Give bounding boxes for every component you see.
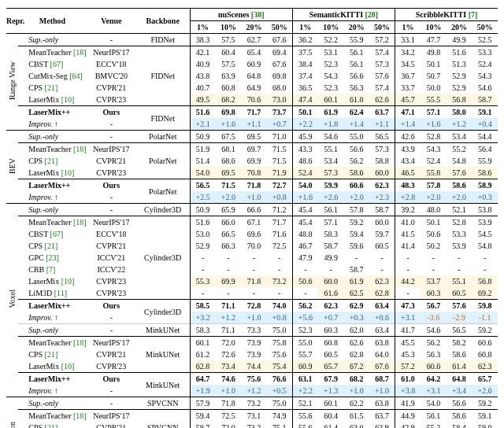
results-table: Repr.MethodVenueBackbonenuScenes [38]Sem… [6,8,498,428]
